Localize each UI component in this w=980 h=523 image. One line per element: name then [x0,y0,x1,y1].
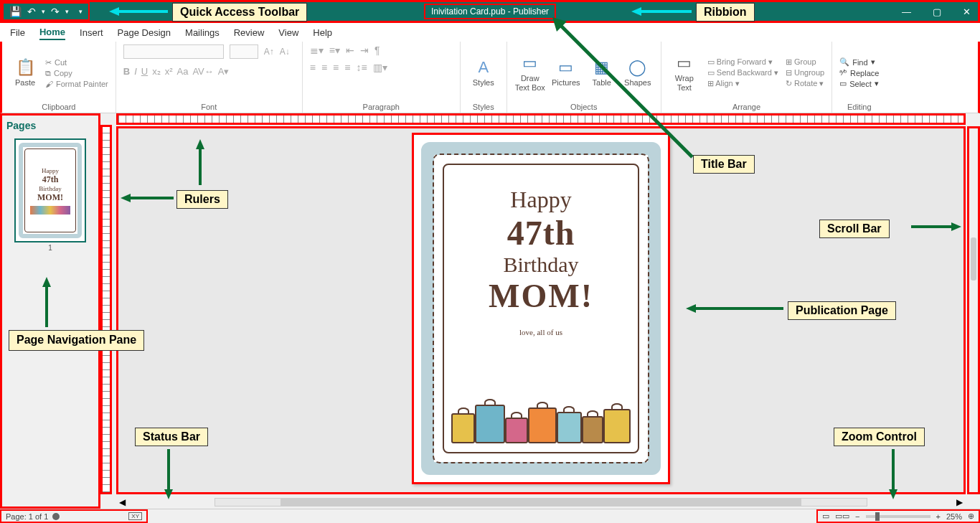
filename-label: Inivitation Card.pub [431,6,505,17]
svg-line-0 [560,24,692,113]
save-icon[interactable]: 💾 [8,6,23,17]
justify-button[interactable]: ≡ [344,62,350,73]
align-left-button[interactable]: ≡ [310,62,316,73]
align-right-button[interactable]: ≡ [333,62,339,73]
paste-icon: 📋 [16,58,35,77]
rotate-label: Rotate [794,79,817,88]
select-label: Select [849,80,872,88]
group-editing: 🔍Find ▾ ᵃ⁄ᵇReplace ▭Select ▾ Editing [832,42,886,113]
bring-forward-label: Bring Forward [717,57,766,66]
draw-textbox-label: Draw Text Box [514,74,546,91]
change-case-button[interactable]: Aa [177,66,189,77]
tab-mailings[interactable]: Mailings [185,26,220,39]
brush-icon: 🖌 [45,80,53,88]
rotate-button[interactable]: ↻ Rotate ▾ [786,79,824,88]
anno-ribbon: Ribbion [696,3,755,22]
format-painter-label: Format Painter [56,80,108,88]
align-button[interactable]: ⊞ Align ▾ [707,79,778,88]
styles-button[interactable]: A Styles [468,58,499,87]
window-controls: — ▢ ✕ [897,4,975,20]
align-center-button[interactable]: ≡ [321,62,327,73]
cut-label: Cut [55,58,67,67]
tab-page-design[interactable]: Page Design [118,26,171,39]
replace-icon: ᵃ⁄ᵇ [839,68,847,77]
bring-forward-button[interactable]: ▭ Bring Forward ▾ [707,57,778,67]
clipboard-group-label: Clipboard [9,101,108,111]
numbering-button[interactable]: ≡▾ [329,44,340,56]
group-label: Group [794,57,816,66]
copy-button[interactable]: ⧉Copy [45,69,108,78]
increase-indent-button[interactable]: ⇥ [360,44,369,56]
maximize-button[interactable]: ▢ [928,4,946,20]
group-paragraph: ≣▾ ≡▾ ⇤ ⇥ ¶ ≡ ≡ ≡ ≡ ↕≡ ▥▾ Paragraph [303,42,461,113]
cut-button[interactable]: ✂Cut [45,58,108,67]
columns-button[interactable]: ▥▾ [373,62,387,73]
quick-access-toolbar: 💾 ↶ ▾ ↷ ▾ ▾ [2,2,90,21]
subscript-button[interactable]: x₂ [152,66,161,77]
superscript-button[interactable]: x² [165,66,173,77]
decrease-indent-button[interactable]: ⇤ [346,44,354,56]
styles-group-label: Styles [468,101,499,111]
group-font: A↑ A↓ B I U x₂ x² Aa AV↔ A▾ Font [116,42,303,113]
undo-dropdown[interactable]: ▾ [40,8,47,15]
replace-label: Replace [850,69,879,77]
tab-home[interactable]: Home [39,25,65,40]
paste-label: Paste [15,78,35,87]
window-title: Inivitation Card.pub - Publisher [424,4,556,19]
font-size-input[interactable] [230,44,258,59]
send-backward-button[interactable]: ▭ Send Backward ▾ [707,68,778,77]
grow-font-button[interactable]: A↑ [264,47,274,57]
tab-view[interactable]: View [278,26,298,39]
tab-review[interactable]: Review [234,26,265,39]
qat-more-icon[interactable]: ▾ [77,8,84,15]
find-label: Find [852,58,867,67]
underline-button[interactable]: U [141,66,148,77]
ribbon: 📋 Paste ✂Cut ⧉Copy 🖌Format Painter Clipb… [0,42,980,113]
ungroup-button[interactable]: ⊟ Ungroup [786,68,824,77]
replace-button[interactable]: ᵃ⁄ᵇReplace [839,68,879,77]
close-button[interactable]: ✕ [958,4,975,20]
bold-button[interactable]: B [123,66,130,77]
editing-group-label: Editing [839,101,879,111]
pilcrow-button[interactable]: ¶ [374,44,380,56]
ribbon-tabs: File Home Insert Page Design Mailings Re… [0,23,980,42]
find-icon: 🔍 [839,57,849,67]
redo-icon[interactable]: ↷ [50,6,61,17]
bullets-button[interactable]: ≣▾ [310,44,324,56]
italic-button[interactable]: I [134,66,137,77]
copy-label: Copy [54,69,72,77]
shrink-font-button[interactable]: A↓ [280,47,290,57]
select-button[interactable]: ▭Select ▾ [839,79,879,88]
align-label: Align [715,79,732,88]
format-painter-button[interactable]: 🖌Format Painter [45,80,108,88]
styles-label: Styles [473,78,494,87]
char-spacing-button[interactable]: AV↔ [192,66,213,77]
cut-icon: ✂ [45,58,52,67]
font-group-label: Font [123,101,295,111]
copy-icon: ⧉ [45,69,51,78]
redo-dropdown[interactable]: ▾ [64,8,70,15]
tab-file[interactable]: File [10,26,25,39]
group-styles: A Styles Styles [461,42,507,113]
draw-textbox-button[interactable]: ▭ Draw Text Box [514,54,546,91]
styles-icon: A [478,58,489,77]
line-spacing-button[interactable]: ↕≡ [356,62,367,73]
tab-help[interactable]: Help [313,26,332,39]
anno-qat: Quick Access Toolbar [172,3,307,22]
title-sep: - [508,6,513,17]
send-backward-label: Send Backward [717,68,772,77]
group-button[interactable]: ⊞ Group [786,57,824,67]
minimize-button[interactable]: — [897,4,915,20]
group-clipboard: 📋 Paste ✂Cut ⧉Copy 🖌Format Painter Clipb… [2,42,116,113]
select-icon: ▭ [839,79,847,88]
textbox-icon: ▭ [522,54,537,72]
ungroup-label: Ungroup [794,68,824,77]
tab-insert[interactable]: Insert [80,26,103,39]
find-button[interactable]: 🔍Find ▾ [839,57,879,67]
font-color-button[interactable]: A▾ [218,66,230,77]
paragraph-group-label: Paragraph [310,101,453,111]
font-name-input[interactable] [123,44,224,59]
paste-button[interactable]: 📋 Paste [9,58,41,87]
app-name-label: Publisher [513,6,549,17]
undo-icon[interactable]: ↶ [26,6,37,17]
